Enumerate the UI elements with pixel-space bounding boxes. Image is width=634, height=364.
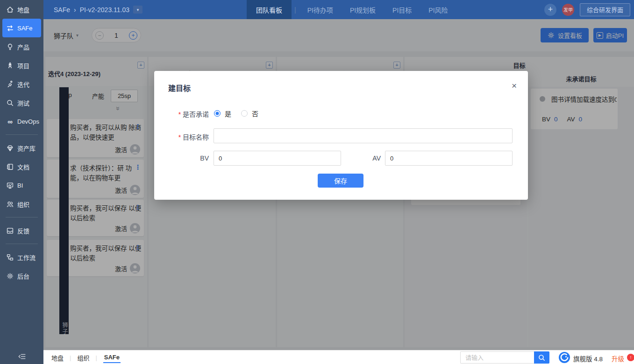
breadcrumb-separator-icon: › — [74, 6, 76, 14]
sidebar-item-devops[interactable]: ∞ DevOps — [0, 112, 43, 131]
sidebar-item-label: 项目 — [17, 61, 29, 70]
admin-gear-icon — [6, 272, 14, 280]
edition-label: 旗舰版 4.8 — [573, 354, 603, 363]
sidebar-item-assets[interactable]: 资产库 — [0, 139, 43, 157]
feedback-icon — [6, 227, 14, 235]
sidebar-divider — [6, 134, 38, 135]
bv-field-label: BV — [166, 154, 209, 162]
tab-pi-planning-board[interactable]: PI规划板 — [342, 0, 384, 19]
av-input[interactable] — [385, 151, 513, 166]
search-icon — [538, 354, 546, 362]
radio-no[interactable] — [241, 110, 248, 117]
sidebar-collapse-icon[interactable] — [18, 352, 26, 361]
sidebar-item-docs[interactable]: 文档 — [0, 157, 43, 176]
sidebar-divider — [6, 244, 38, 244]
goal-name-label: 目标名称 — [166, 132, 209, 141]
docs-icon — [6, 163, 14, 171]
bi-icon — [6, 182, 14, 189]
link-separator: | — [95, 354, 97, 361]
bottom-link-dipan[interactable]: 地盘 — [51, 353, 64, 362]
sidebar-item-project[interactable]: 项目 — [0, 56, 43, 75]
commit-radio-group: 是 否 — [214, 109, 258, 118]
sidebar-item-safe[interactable]: SAFe — [2, 19, 41, 37]
sidebar-item-org[interactable]: 组织 — [0, 195, 43, 213]
sidebar-divider — [6, 217, 38, 217]
safe-icon — [6, 24, 14, 32]
tab-separator: | — [294, 6, 296, 14]
radio-no-label: 否 — [252, 109, 258, 118]
workflow-icon — [6, 253, 14, 261]
zentao-logo-icon[interactable] — [559, 352, 570, 364]
radio-yes[interactable] — [214, 110, 221, 117]
workspace-switch-button[interactable]: 综合研发界面 — [580, 3, 630, 16]
top-navbar: SAFe › PI-v2-2023.11.03 ▾ 团队看板 | PI待办项 P… — [43, 0, 634, 19]
tab-pi-backlog[interactable]: PI待办项 — [299, 0, 342, 19]
plus-icon: + — [548, 5, 553, 14]
save-button[interactable]: 保存 — [318, 174, 363, 188]
assets-icon — [6, 144, 14, 152]
modal-title: 建目标 — [168, 82, 191, 93]
sidebar-item-admin[interactable]: 后台 — [0, 266, 43, 285]
tab-pi-risks[interactable]: PI风险 — [420, 0, 456, 19]
screen: SAFe › PI-v2-2023.11.03 ▾ 团队看板 | PI待办项 P… — [0, 0, 634, 364]
sidebar-item-label: 组织 — [17, 200, 29, 209]
sidebar-item-dipan[interactable]: 地盘 — [0, 0, 43, 19]
bv-input[interactable] — [214, 151, 341, 166]
goal-name-input[interactable] — [214, 128, 513, 143]
sidebar-item-test[interactable]: 测试 — [0, 93, 43, 112]
bottom-bar: 地盘 | 组织 | SAFe 旗舰版 4.8 升级 ↑ — [43, 350, 634, 364]
product-icon — [6, 43, 14, 51]
sidebar-item-label: 资产库 — [17, 144, 36, 153]
upgrade-link[interactable]: 升级 — [612, 354, 624, 363]
sidebar-item-label: 产品 — [17, 42, 29, 51]
bottom-links: 地盘 | 组织 | SAFe — [51, 350, 121, 364]
tab-team-kanban[interactable]: 团队看板 — [247, 0, 292, 19]
pi-dropdown-caret[interactable]: ▾ — [133, 6, 142, 14]
sidebar-item-label: SAFe — [17, 25, 33, 32]
project-icon — [6, 62, 14, 70]
sidebar-item-label: 测试 — [17, 98, 29, 107]
upgrade-icon[interactable]: ↑ — [627, 354, 634, 361]
tab-pi-objectives[interactable]: PI目标 — [384, 0, 420, 19]
sidebar-item-product[interactable]: 产品 — [0, 37, 43, 56]
devops-icon: ∞ — [6, 118, 14, 126]
sidebar-item-workflow[interactable]: 工作流 — [0, 248, 43, 266]
sidebar-item-bi[interactable]: BI — [0, 176, 43, 195]
sidebar-item-feedback[interactable]: 反馈 — [0, 221, 43, 240]
navbar-right: + 发甲 综合研发界面 — [544, 0, 630, 19]
breadcrumb-root[interactable]: SAFe — [54, 6, 70, 14]
commit-field-label: 是否承诺 — [166, 109, 209, 119]
search-input[interactable] — [460, 351, 534, 364]
sidebar-item-iteration[interactable]: 迭代 — [0, 75, 43, 93]
breadcrumb-current[interactable]: PI-v2-2023.11.03 — [80, 6, 129, 14]
sidebar-item-label: 反馈 — [17, 226, 29, 235]
create-goal-modal: 建目标 × 是否承诺 是 否 目标名称 BV AV 保存 — [154, 71, 528, 200]
sidebar-item-label: 后台 — [17, 272, 29, 280]
home-icon — [6, 6, 14, 14]
user-avatar[interactable]: 发甲 — [562, 4, 574, 16]
org-icon — [6, 200, 14, 208]
bottom-link-org[interactable]: 组织 — [77, 353, 89, 362]
bottom-search — [460, 351, 549, 364]
iteration-icon — [6, 80, 14, 88]
link-separator: | — [70, 354, 71, 361]
sidebar-item-label: 迭代 — [17, 80, 29, 89]
sidebar-item-label: 工作流 — [17, 253, 36, 262]
sidebar-item-label: 地盘 — [17, 5, 29, 14]
breadcrumb: SAFe › PI-v2-2023.11.03 ▾ — [54, 0, 142, 19]
close-icon[interactable]: × — [512, 81, 517, 90]
sidebar: 地盘 SAFe 产品 项目 迭代 测试 ∞ DevOps 资产库 — [0, 0, 43, 364]
bottom-link-safe[interactable]: SAFe — [103, 352, 121, 363]
sidebar-item-label: BI — [17, 182, 23, 189]
av-field-label: AV — [338, 154, 381, 162]
radio-yes-label: 是 — [225, 109, 231, 118]
test-icon — [6, 99, 14, 107]
sidebar-item-label: DevOps — [17, 118, 39, 125]
caret-down-icon: ▾ — [137, 7, 139, 12]
sidebar-item-label: 文档 — [17, 162, 29, 171]
create-button[interactable]: + — [544, 4, 556, 16]
search-button[interactable] — [534, 351, 549, 364]
navbar-tabs: 团队看板 | PI待办项 PI规划板 PI目标 PI风险 — [247, 0, 456, 19]
